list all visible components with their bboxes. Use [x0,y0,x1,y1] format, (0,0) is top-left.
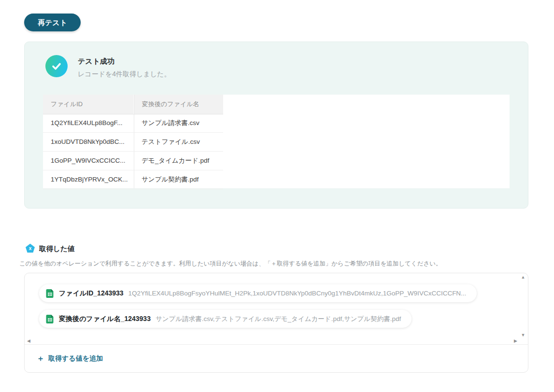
table-row: 1YTqDbzBjYPRVx_OCK... サンプル契約書.pdf [43,170,223,189]
cell-file-id: 1YTqDbzBjYPRVx_OCK... [43,170,134,189]
value-item-label: 変換後のファイル名_1243933 [59,315,151,323]
success-title: テスト成功 [78,57,114,66]
scroll-left-icon[interactable]: ◀ [27,339,30,343]
column-header-file-id: ファイルID [43,95,133,114]
cell-converted-name: デモ_タイムカード.pdf [134,152,223,170]
values-scroll-area: ファイルID_1243933 1Q2YfiLEX4ULp8BogFsyoYHul… [25,273,528,344]
vertical-scrollbar[interactable]: ▲ ▼ [520,275,526,337]
retrieved-values-description: この値を他のオペレーションで利用することができます。利用したい項目がない場合は、… [19,260,442,268]
cell-converted-name: サンプル請求書.csv [134,114,223,132]
add-value-button[interactable]: ＋ 取得する値を追加 [37,354,103,364]
scroll-up-icon[interactable]: ▲ [521,275,526,280]
cell-file-id: 1xoUDVTD8NkYp0dBC... [43,133,134,151]
retest-button[interactable]: 再テスト [24,14,81,31]
sheets-icon [46,314,54,324]
table-row: 1xoUDVTD8NkYp0dBC... テストファイル.csv [43,133,223,152]
cell-file-id: 1GoPP_W9IVCxCCICC... [43,152,134,170]
cell-file-id: 1Q2YfiLEX4ULp8BogF... [43,114,134,132]
retrieved-values-pentagon-icon: x [25,243,35,253]
table-row: 1GoPP_W9IVCxCCICC... デモ_タイムカード.pdf [43,152,223,170]
value-item-file-id[interactable]: ファイルID_1243933 1Q2YfiLEX4ULp8BogFsyoYHul… [39,284,477,302]
value-item-converted-name[interactable]: 変換後のファイル名_1243933 サンプル請求書.csv,テストファイル.cs… [39,310,412,328]
add-value-row: ＋ 取得する値を追加 [25,345,528,373]
svg-text:x: x [29,246,32,251]
sheets-icon [46,289,54,298]
test-result-panel: テスト成功 レコードを4件取得しました。 ファイルID 変換後のファイル名 1Q… [24,42,528,209]
value-item-value: サンプル請求書.csv,テストファイル.csv,デモ_タイムカード.pdf,サン… [156,315,401,323]
page: 再テスト テスト成功 レコードを4件取得しました。 ファイルID 変換後のファイ… [0,0,554,392]
value-item-value: 1Q2YfiLEX4ULp8BogFsyoYHulMEt_H2Pk,1xoUDV… [128,290,467,297]
scroll-right-icon[interactable]: ▶ [514,339,517,343]
retrieved-values-panel: ファイルID_1243933 1Q2YfiLEX4ULp8BogFsyoYHul… [24,273,528,373]
table-row: 1Q2YfiLEX4ULp8BogF... サンプル請求書.csv [43,114,223,133]
success-check-icon [45,55,68,77]
value-item-label: ファイルID_1243933 [59,289,124,298]
add-value-label: 取得する値を追加 [48,354,103,363]
horizontal-scrollbar[interactable]: ◀ ▶ [27,337,517,344]
success-subtitle: レコードを4件取得しました。 [78,70,170,79]
retrieved-values-title: 取得した値 [39,244,74,253]
plus-icon: ＋ [37,354,44,364]
cell-converted-name: テストファイル.csv [134,133,223,151]
result-table: ファイルID 変換後のファイル名 1Q2YfiLEX4ULp8BogF... サ… [43,95,510,188]
column-header-converted-name: 変換後のファイル名 [134,95,223,114]
scroll-down-icon[interactable]: ▼ [521,333,526,337]
cell-converted-name: サンプル契約書.pdf [134,170,223,189]
